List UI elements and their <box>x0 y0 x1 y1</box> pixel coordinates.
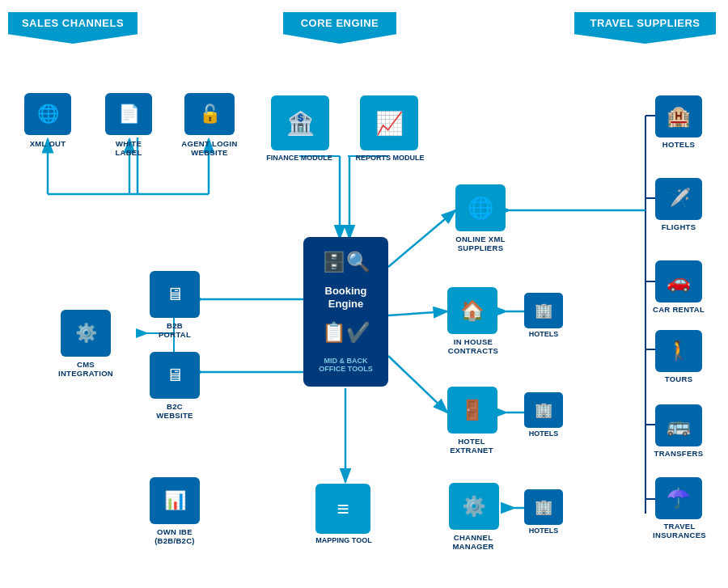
travel-insurances-supplier-box: ☂️ <box>655 477 702 519</box>
car-rental-label: CAR RENTAL <box>647 305 710 314</box>
travel-insurances-label: TRAVELINSURANCES <box>647 522 712 539</box>
mapping-tool-box: ≡ <box>315 484 370 534</box>
booking-engine-db-icon: 🗄️🔍 <box>322 251 370 273</box>
online-xml-label: ONLINE XMLSUPPLIERS <box>443 235 518 253</box>
channel-manager-icon: ⚙️ <box>462 495 486 518</box>
b2c-website-icon: 🖥 <box>166 366 184 384</box>
xml-out-box: 🌐 <box>24 93 71 135</box>
hotel-box-3: 🏢 <box>524 489 563 525</box>
hotel-box-3-label: HOTELS <box>524 527 563 535</box>
hotels-supplier-box: 🏨 <box>655 95 702 137</box>
reports-module-box: 📈 <box>360 95 418 150</box>
online-xml-box: 🌐 <box>455 184 506 231</box>
hotel-box-2-icon: 🏢 <box>535 401 552 419</box>
hotel-extranet-icon: 🚪 <box>460 399 485 421</box>
b2b-portal-box: 🖥 <box>150 271 200 318</box>
xml-out-icon: 🌐 <box>37 105 59 123</box>
channel-manager-label: CHANNELMANAGER <box>441 533 506 552</box>
in-house-contracts-box: 🏠 <box>447 287 497 334</box>
transfers-supplier-box: 🚌 <box>655 404 702 446</box>
car-rental-icon: 🚗 <box>667 270 691 293</box>
booking-engine-box: 🗄️🔍 Booking Engine 📋✔️ MID & BACK OFFICE… <box>303 237 388 387</box>
in-house-label: IN HOUSECONTRACTS <box>437 337 510 356</box>
svg-line-20 <box>388 356 447 412</box>
transfers-icon: 🚌 <box>667 414 691 437</box>
car-rental-supplier-box: 🚗 <box>655 260 702 302</box>
hotel-box-1-icon: 🏢 <box>535 302 552 319</box>
own-ibe-icon: 📊 <box>164 492 186 510</box>
mapping-icon: ≡ <box>336 497 349 522</box>
mid-back-label: MID & BACK OFFICE TOOLS <box>310 357 382 373</box>
sales-channels-banner: SALES CHANNELS <box>8 12 138 44</box>
hotel-box-2-label: HOTELS <box>524 429 563 438</box>
reports-icon: 📈 <box>375 110 404 137</box>
b2c-website-box: 🖥 <box>150 352 200 399</box>
tours-supplier-box: 🚶 <box>655 330 702 372</box>
hotel-box-3-icon: 🏢 <box>535 498 552 516</box>
diagram: SALES CHANNELS CORE ENGINE TRAVEL SUPPLI… <box>0 0 728 588</box>
cms-label: CMSINTEGRATION <box>53 360 119 379</box>
cms-icon: ⚙️ <box>75 324 97 342</box>
agent-login-icon: 🔓 <box>199 105 221 123</box>
hotel-box-2: 🏢 <box>524 392 563 428</box>
agent-login-box: 🔓 <box>184 93 235 135</box>
channel-manager-box: ⚙️ <box>449 483 499 530</box>
hotels-icon: 🏨 <box>667 105 691 128</box>
hotel-extranet-label: HOTELEXTRANET <box>439 437 504 455</box>
cms-integration-box: ⚙️ <box>61 310 111 357</box>
hotel-box-1-label: HOTELS <box>524 330 563 338</box>
flights-supplier-box: ✈️ <box>655 178 702 220</box>
travel-suppliers-banner: TRAVEL SUPPLIERS <box>574 12 716 44</box>
svg-line-19 <box>388 311 447 315</box>
finance-icon: 🏦 <box>286 110 315 137</box>
finance-module-box: 🏦 <box>271 95 329 150</box>
b2c-website-label: B2C WEBSITE <box>150 402 200 421</box>
travel-insurances-icon: ☂️ <box>667 487 691 510</box>
core-engine-banner: CORE ENGINE <box>283 12 396 44</box>
transfers-label: TRANSFERS <box>647 449 710 458</box>
reports-module-label: REPORTS MODULE <box>348 154 432 162</box>
booking-engine-title: Booking Engine <box>310 285 382 310</box>
tours-label: TOURS <box>655 374 702 383</box>
online-xml-icon: 🌐 <box>468 196 493 221</box>
tours-icon: 🚶 <box>667 340 691 362</box>
white-label-box: 📄 <box>105 93 152 135</box>
own-ibe-box: 📊 <box>150 477 200 524</box>
hotel-box-1: 🏢 <box>524 293 563 328</box>
white-label-label: WHITE LABEL <box>105 139 152 158</box>
flights-label: FLIGHTS <box>655 222 702 231</box>
mapping-tool-label: MAPPING TOOL <box>303 536 384 544</box>
in-house-icon: 🏠 <box>460 299 485 322</box>
b2b-portal-icon: 🖥 <box>166 286 184 303</box>
b2b-portal-label: B2B PORTAL <box>150 321 200 340</box>
flights-icon: ✈️ <box>667 188 691 210</box>
own-ibe-label: OWN IBE(B2B/B2C) <box>142 527 208 546</box>
hotel-extranet-box: 🚪 <box>447 387 497 434</box>
finance-module-label: FINANCE MODULE <box>259 154 340 162</box>
booking-engine-checklist-icon: 📋✔️ <box>322 321 370 344</box>
white-label-icon: 📄 <box>118 105 140 123</box>
agent-login-label: AGENT LOGINWEBSITE <box>176 139 243 158</box>
hotels-label: HOTELS <box>655 140 702 149</box>
xml-out-label: XML OUT <box>24 139 71 148</box>
